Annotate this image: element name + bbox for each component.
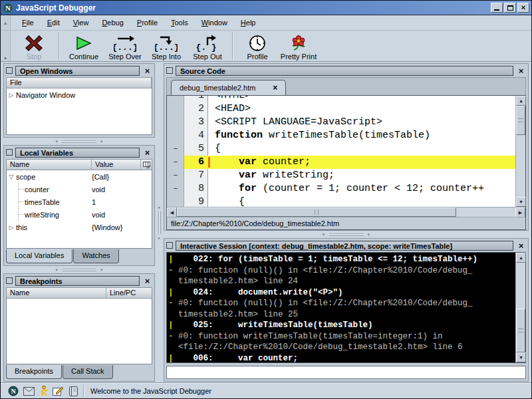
panel-title[interactable]: Source Code [176, 66, 513, 76]
scroll-down-icon[interactable]: ▼ [516, 352, 526, 362]
scrollbar-thumb[interactable] [516, 309, 525, 352]
minimize-button[interactable] [491, 3, 503, 13]
maximize-button[interactable] [504, 3, 516, 13]
column-picker-icon[interactable] [140, 160, 152, 170]
breakable-mark[interactable] [167, 129, 184, 142]
panel-title[interactable]: Local Variables [15, 148, 140, 158]
composer-icon[interactable] [53, 386, 64, 396]
panel-splitter[interactable]: ▾▾ [3, 266, 155, 273]
column-header-line-pc[interactable]: Line/PC [106, 288, 152, 298]
step-into-button[interactable]: {...} Step Into [146, 31, 187, 61]
breakable-mark[interactable]: – [167, 142, 184, 156]
column-splitter[interactable]: ▸▸ [155, 63, 164, 382]
panel-menu-icon[interactable] [166, 67, 173, 74]
breakable-mark[interactable] [167, 102, 184, 116]
step-over-button[interactable]: {...} Step Over [104, 31, 146, 61]
source-line-7[interactable]: –7 var writeString; [167, 169, 515, 182]
address-book-icon[interactable] [68, 386, 78, 396]
tab-call-stack[interactable]: Call Stack [63, 365, 113, 379]
menu-item-tools[interactable]: Tools [165, 17, 194, 28]
panel-menu-icon[interactable] [6, 67, 13, 74]
menu-item-file[interactable]: File [16, 17, 40, 28]
column-header-file[interactable]: File [7, 78, 152, 88]
close-button[interactable]: × [517, 3, 529, 13]
console-input[interactable] [166, 366, 526, 379]
source-tab[interactable]: debug_timestable2.htm × [171, 80, 286, 95]
profile-button[interactable]: Profile [237, 31, 278, 61]
step-out-button[interactable]: {. } Step Out [187, 31, 228, 61]
close-panel-icon[interactable]: × [142, 148, 152, 157]
expander-icon[interactable]: ▷ [7, 224, 16, 231]
breakable-mark[interactable]: – [167, 156, 184, 169]
column-header-name[interactable]: Name [7, 160, 92, 170]
variable-row[interactable]: countervoid [7, 183, 152, 196]
source-line-4[interactable]: 4function writeTimesTable(timesTable) [167, 129, 515, 142]
menubar-collapse-grippy[interactable]: ▲ [1, 15, 11, 30]
console-vertical-scrollbar[interactable]: ▲ ▼ [515, 253, 525, 362]
expander-icon[interactable]: ▷ [7, 92, 16, 98]
panel-splitter[interactable]: ▾▾ [164, 231, 529, 238]
close-panel-icon[interactable]: × [516, 241, 526, 250]
panel-menu-icon[interactable] [6, 149, 13, 156]
close-panel-icon[interactable]: × [142, 277, 152, 285]
close-panel-icon[interactable]: × [142, 66, 152, 75]
source-horizontal-scrollbar[interactable]: ◀ ▶ [167, 207, 525, 217]
menu-item-window[interactable]: Window [196, 17, 233, 28]
instant-messenger-icon[interactable] [39, 386, 48, 396]
column-header-name[interactable]: Name [7, 288, 106, 298]
mail-icon[interactable] [23, 387, 35, 396]
source-line-1[interactable]: 1<HTML> [167, 96, 515, 102]
source-line-3[interactable]: 3<SCRIPT LANGUAGE=JavaScript> [167, 116, 515, 129]
close-panel-icon[interactable]: × [516, 66, 526, 75]
console-line: -#0: function (null)() in <file:/Z:/Chap… [168, 265, 515, 277]
panel-title[interactable]: Interactive Session [context: debug_time… [176, 241, 513, 251]
scroll-down-icon[interactable]: ▼ [516, 197, 526, 207]
expander-icon[interactable]: ▽ [7, 174, 16, 180]
breakable-mark[interactable]: – [167, 182, 184, 196]
breakable-mark[interactable] [167, 116, 184, 129]
tab-breakpoints[interactable]: Breakpoints [6, 365, 62, 379]
navigator-icon[interactable]: N [8, 386, 19, 396]
panel-title[interactable]: Breakpoints [15, 276, 140, 286]
scrollbar-thumb[interactable] [177, 207, 456, 217]
tab-local-variables[interactable]: Local Variables [6, 249, 72, 263]
variable-row[interactable]: writeStringvoid [7, 208, 152, 221]
console-line: | 022: for (timesTable = 1; timesTable <… [168, 254, 515, 265]
breakable-mark[interactable] [167, 196, 184, 207]
column-header-value[interactable]: Value [92, 160, 140, 170]
close-tab-icon[interactable]: × [273, 83, 277, 92]
scroll-right-icon[interactable]: ▶ [515, 207, 525, 217]
breakable-mark[interactable] [167, 96, 184, 102]
session-console[interactable]: | 022: for (timesTable = 1; timesTable <… [167, 253, 515, 362]
pretty-print-button[interactable]: Pretty Print [278, 31, 319, 61]
tab-watches[interactable]: Watches [73, 249, 118, 263]
continue-button[interactable]: Continue [63, 31, 104, 61]
scroll-up-icon[interactable]: ▲ [516, 253, 526, 263]
tree-item[interactable]: ▷Navigator Window [7, 88, 152, 101]
panel-splitter[interactable]: ▾▾ [3, 138, 155, 145]
source-line-9[interactable]: 9 { [167, 196, 515, 207]
source-line-2[interactable]: 2<HEAD> [167, 102, 515, 116]
scrollbar-thumb[interactable] [516, 106, 525, 135]
scroll-left-icon[interactable]: ◀ [167, 207, 177, 217]
variable-row[interactable]: ▽scope{Call} [7, 170, 152, 183]
menu-item-help[interactable]: Help [235, 17, 262, 28]
source-view[interactable]: 1<HTML>2<HEAD>3<SCRIPT LANGUAGE=JavaScri… [167, 96, 515, 207]
source-line-5[interactable]: –5{ [167, 142, 515, 156]
breakable-mark[interactable]: – [167, 169, 184, 182]
variable-row[interactable]: ▷this{Window} [7, 221, 152, 233]
source-line-6[interactable]: –6 var counter; [167, 156, 515, 169]
scroll-up-icon[interactable]: ▲ [516, 96, 526, 106]
panel-title[interactable]: Open Windows [15, 66, 140, 76]
source-vertical-scrollbar[interactable]: ▲ ▼ [515, 96, 525, 207]
panel-menu-icon[interactable] [6, 277, 13, 284]
toolbar-collapse-grippy[interactable]: ▲ [1, 31, 11, 61]
menu-item-debug[interactable]: Debug [96, 17, 129, 28]
source-line-8[interactable]: –8 for (counter = 1; counter < 12; count… [167, 182, 515, 196]
menu-item-edit[interactable]: Edit [41, 17, 66, 28]
variable-row[interactable]: timesTable1 [7, 196, 152, 208]
menu-item-profile[interactable]: Profile [131, 17, 164, 28]
menu-item-view[interactable]: View [67, 17, 95, 28]
stop-button[interactable]: Stop [13, 31, 55, 61]
panel-menu-icon[interactable] [166, 242, 173, 249]
